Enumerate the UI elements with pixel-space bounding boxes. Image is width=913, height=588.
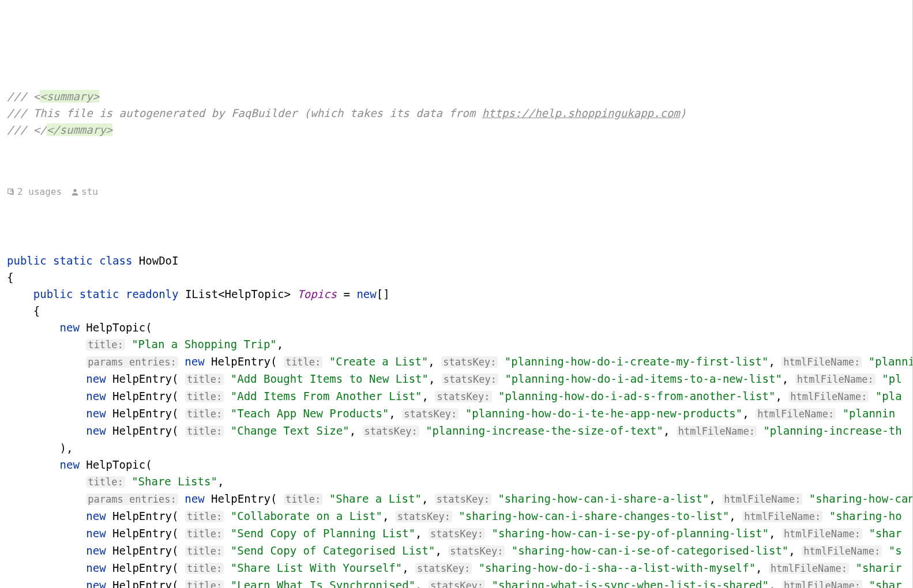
inlay-hint: htmlFileName: — [742, 511, 822, 522]
help-entry-line: params entries: new HelpEntry( title: "C… — [7, 355, 913, 368]
usages-lens[interactable]: 2 usages — [7, 183, 62, 200]
inlay-hint: params entries: — [86, 493, 178, 505]
help-entry-line: new HelpEntry( title: "Send Copy of Cate… — [7, 544, 902, 557]
summary-tag-open: <summary> — [40, 90, 99, 103]
inlay-hint: statsKey: — [396, 511, 452, 522]
help-entry-line: params entries: new HelpEntry( title: "S… — [7, 492, 913, 505]
inlay-hint: htmlFileName: — [795, 374, 876, 385]
inlay-hint: title: — [185, 374, 224, 385]
inlay-hint: statsKey: — [442, 374, 498, 385]
help-topic-new: new HelpTopic( — [7, 321, 152, 334]
summary-tag-close: </summary> — [47, 123, 112, 136]
inlay-hint: statsKey: — [435, 391, 491, 402]
svg-point-1 — [73, 189, 76, 191]
code-editor[interactable]: /// <<summary> /// This file is autogene… — [0, 71, 913, 138]
doc-comment-close: /// </</summary> — [7, 123, 112, 136]
help-topic-new: new HelpTopic( — [7, 458, 152, 471]
doc-comment-body: /// This file is autogenerated by FaqBui… — [7, 107, 686, 119]
inlay-hint: htmlFileName: — [782, 528, 862, 540]
inlay-hint: title: — [185, 580, 224, 588]
class-decl-line: public static class HowDoI — [7, 254, 178, 267]
inlay-hint: params entries: — [86, 356, 178, 368]
inlay-hint: statsKey: — [435, 493, 491, 505]
help-entry-line: new HelpEntry( title: "Learn What Is Syn… — [7, 579, 902, 588]
array-open-brace: { — [7, 304, 40, 317]
inlay-hint: htmlFileName: — [788, 391, 869, 402]
inlay-hint: title: — [185, 408, 224, 420]
inlay-hint: title: — [284, 356, 322, 368]
inlay-hint: title: — [86, 476, 125, 488]
inlay-hint: htmlFileName: — [769, 563, 849, 574]
inlay-hint: htmlFileName: — [722, 493, 802, 505]
code-body[interactable]: public static class HowDoI { public stat… — [0, 236, 913, 588]
inlay-hint: statsKey: — [415, 563, 472, 574]
inlay-hint: htmlFileName: — [782, 580, 862, 588]
help-entry-line: new HelpEntry( title: "Change Text Size"… — [7, 424, 902, 437]
inlay-hint: statsKey: — [363, 425, 419, 437]
help-entry-line: new HelpEntry( title: "Add Items From An… — [7, 390, 902, 402]
inlay-hint: title: — [185, 545, 224, 557]
usages-icon — [7, 188, 15, 196]
help-entry-line: new HelpEntry( title: "Teach App New Pro… — [7, 407, 895, 420]
inlay-hint: statsKey: — [429, 580, 485, 588]
help-entry-line: new HelpEntry( title: "Collaborate on a … — [7, 510, 902, 522]
person-icon — [71, 188, 79, 196]
inlay-hint: htmlFileName: — [677, 425, 757, 437]
inlay-hint: statsKey: — [402, 408, 459, 420]
inlay-hint: htmlFileName: — [802, 545, 882, 557]
inlay-hint: title: — [185, 391, 224, 402]
inlay-hint: statsKey: — [448, 545, 505, 557]
inlay-hint: statsKey: — [441, 356, 498, 368]
inlay-hint: htmlFileName: — [756, 408, 836, 420]
inlay-hint: title: — [86, 339, 125, 350]
help-topic-title: title: "Share Lists", — [7, 475, 224, 488]
field-decl-line: public static readonly IList<HelpTopic> … — [7, 288, 390, 300]
inlay-hint: title: — [185, 511, 224, 522]
inlay-hint: title: — [185, 528, 224, 540]
doc-comment-open: /// <<summary> — [7, 90, 99, 103]
author-lens[interactable]: stu — [71, 183, 98, 200]
inlay-hint: title: — [284, 493, 322, 505]
help-topic-close: ), — [7, 442, 73, 454]
help-entry-line: new HelpEntry( title: "Share List With Y… — [7, 561, 902, 574]
inlay-hint: title: — [185, 425, 224, 437]
help-entry-line: new HelpEntry( title: "Add Bought Items … — [7, 372, 902, 385]
help-entry-line: new HelpEntry( title: "Send Copy of Plan… — [7, 527, 902, 540]
inlay-hint: htmlFileName: — [782, 356, 862, 368]
code-lens-row: 2 usages stu — [0, 183, 913, 200]
help-url-link[interactable]: https://help.shoppingukapp.com — [482, 107, 680, 119]
inlay-hint: title: — [185, 563, 224, 574]
open-brace: { — [7, 271, 13, 284]
inlay-hint: statsKey: — [429, 528, 485, 540]
help-topic-title: title: "Plan a Shopping Trip", — [7, 338, 283, 350]
